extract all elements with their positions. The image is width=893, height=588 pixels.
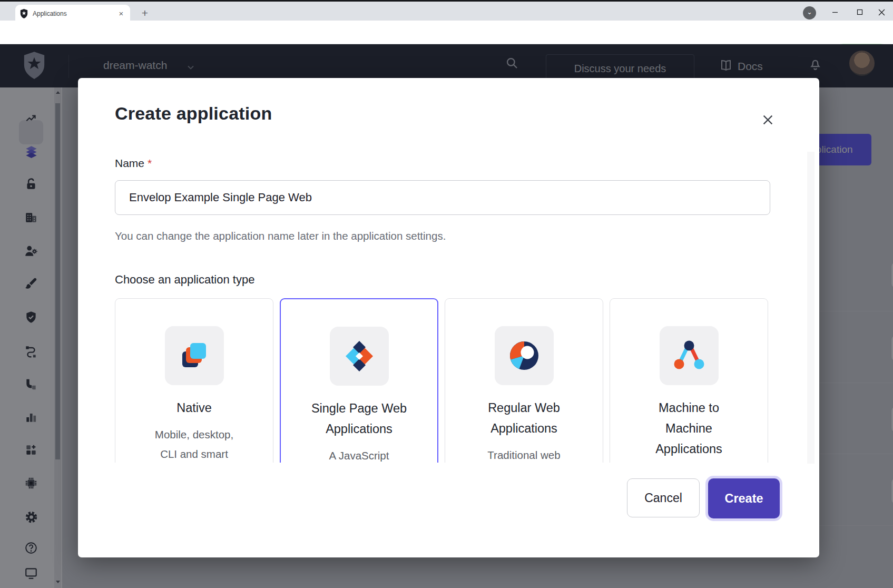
choose-type-label: Choose an application type — [115, 273, 254, 287]
screen: Applications × + ⌄ manage.auth0.com/dash… — [0, 0, 893, 588]
name-label: Name * — [115, 157, 152, 170]
card-title: Machine toMachineApplications — [655, 398, 722, 459]
cancel-button[interactable]: Cancel — [627, 478, 700, 517]
tab-close-icon[interactable]: × — [116, 9, 126, 18]
tab-title: Applications — [33, 10, 116, 17]
app-type-card-regular-web[interactable]: Regular WebApplicationsTraditional web — [445, 298, 603, 463]
window-close-button[interactable] — [870, 3, 893, 21]
window-maximize-button[interactable] — [848, 3, 871, 21]
favicon-auth0 — [19, 9, 28, 18]
application-type-cards: NativeMobile, desktop,CLI and smartSingl… — [115, 298, 769, 463]
browser-toolbar: manage.auth0.com/dashboard/eu/dream-watc… — [0, 21, 893, 44]
create-button[interactable]: Create — [708, 478, 780, 518]
browser-tab[interactable]: Applications × — [15, 5, 130, 22]
window-minimize-button[interactable] — [823, 3, 847, 21]
native-app-icon — [165, 326, 224, 385]
spa-app-icon — [330, 327, 389, 386]
app-type-card-m2m[interactable]: Machine toMachineApplications — [610, 298, 768, 463]
required-asterisk: * — [148, 157, 152, 169]
modal-scrollbar[interactable] — [807, 152, 815, 464]
regular-web-app-icon — [495, 326, 554, 385]
app-type-card-spa-selected[interactable]: Single Page WebApplicationsA JavaScript — [280, 298, 438, 463]
app-type-card-native[interactable]: NativeMobile, desktop,CLI and smart — [115, 298, 273, 463]
modal-title: Create application — [115, 103, 272, 124]
card-description: Mobile, desktop,CLI and smart — [155, 425, 233, 463]
tab-search-icon[interactable]: ⌄ — [803, 6, 816, 19]
create-application-modal: Create application Name * You can change… — [78, 78, 819, 557]
name-help-text: You can change the application name late… — [115, 230, 446, 242]
m2m-app-icon — [660, 326, 719, 385]
new-tab-button[interactable]: + — [138, 7, 152, 21]
card-description: A JavaScript — [329, 446, 389, 463]
card-title: Native — [176, 398, 212, 418]
application-name-input[interactable] — [115, 180, 770, 215]
card-description: Traditional web — [487, 445, 560, 463]
card-title: Regular WebApplications — [488, 398, 560, 439]
card-title: Single Page WebApplications — [311, 398, 407, 439]
tab-strip: Applications × + ⌄ — [0, 2, 893, 21]
close-icon[interactable] — [757, 109, 779, 131]
